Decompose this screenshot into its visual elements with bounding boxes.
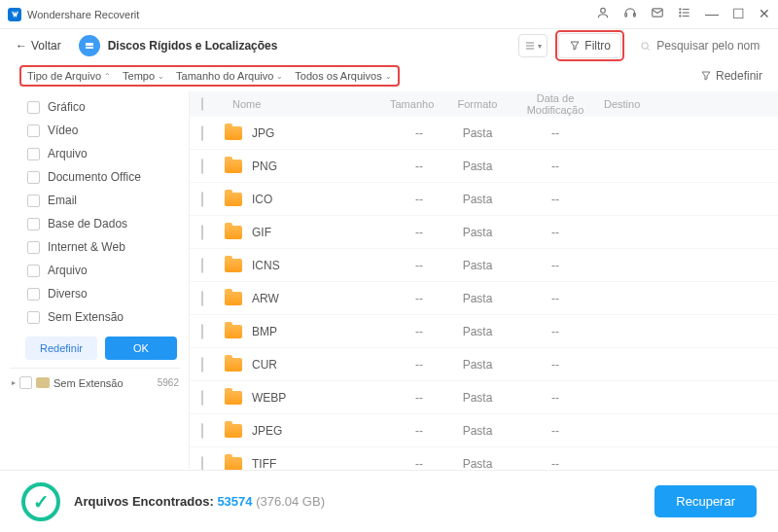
toolbar: ← Voltar Discos Rígidos e Localizações ▾… — [0, 29, 778, 62]
sidebar-item[interactable]: Internet & Web — [10, 235, 181, 259]
table-row[interactable]: ICNS--Pasta-- — [190, 249, 778, 282]
row-format: Pasta — [448, 226, 507, 239]
checkbox[interactable] — [27, 265, 40, 277]
minimize-icon[interactable]: — — [705, 6, 719, 22]
maximize-icon[interactable]: ☐ — [732, 6, 745, 22]
col-modified[interactable]: Data de Modificação — [507, 92, 604, 116]
found-count: 53574 — [217, 494, 252, 509]
row-checkbox[interactable] — [201, 225, 203, 240]
back-label: Voltar — [31, 39, 61, 53]
checkbox[interactable] — [27, 101, 40, 114]
user-icon[interactable] — [596, 6, 610, 22]
row-checkbox[interactable] — [201, 324, 203, 339]
footer: ✓ Arquivos Encontrados: 53574 (376.04 GB… — [0, 470, 778, 532]
row-size: -- — [390, 358, 448, 372]
row-checkbox[interactable] — [201, 390, 203, 406]
table-row[interactable]: BMP--Pasta-- — [190, 315, 778, 348]
table-body[interactable]: JPG--Pasta--PNG--Pasta--ICO--Pasta--GIF-… — [190, 117, 778, 470]
row-checkbox[interactable] — [201, 258, 203, 273]
col-format[interactable]: Formato — [448, 98, 507, 110]
sidebar-item[interactable]: Arquivo — [10, 142, 181, 165]
row-checkbox[interactable] — [201, 456, 203, 471]
sidebar-item-label: Arquivo — [48, 264, 88, 277]
checkbox[interactable] — [27, 195, 40, 207]
row-format: Pasta — [448, 391, 507, 405]
row-size: -- — [390, 292, 448, 305]
table-row[interactable]: GIF--Pasta-- — [190, 216, 778, 249]
sidebar-item[interactable]: Documento Office — [10, 165, 181, 189]
row-checkbox[interactable] — [201, 423, 203, 439]
col-size[interactable]: Tamanho — [390, 98, 448, 110]
svg-point-8 — [680, 12, 681, 13]
sidebar-item[interactable]: Email — [10, 189, 181, 212]
row-modified: -- — [507, 424, 604, 438]
row-size: -- — [390, 457, 448, 471]
row-name: TIFF — [252, 457, 276, 471]
sidebar-item[interactable]: Arquivo — [10, 259, 181, 282]
sidebar-item[interactable]: Diverso — [10, 282, 181, 305]
col-name[interactable]: Nome — [225, 98, 390, 110]
row-size: -- — [390, 193, 448, 206]
checkbox[interactable] — [27, 124, 40, 137]
sidebar-item[interactable]: Sem Extensão — [10, 305, 181, 329]
folder-icon — [225, 292, 242, 305]
checkbox[interactable] — [27, 288, 40, 301]
mail-icon[interactable] — [651, 6, 664, 22]
filter-all[interactable]: Todos os Arquivos⌄ — [295, 70, 391, 82]
checkbox[interactable] — [19, 376, 32, 389]
sidebar-item[interactable]: Base de Dados — [10, 212, 181, 235]
checkbox[interactable] — [27, 148, 40, 160]
table-row[interactable]: WEBP--Pasta-- — [190, 381, 778, 414]
close-icon[interactable]: ✕ — [759, 6, 770, 22]
list-icon[interactable] — [678, 6, 691, 22]
select-all-checkbox[interactable] — [201, 97, 203, 111]
checkbox[interactable] — [27, 311, 40, 324]
table-header: Nome Tamanho Formato Data de Modificação… — [190, 91, 778, 117]
search-box[interactable] — [632, 33, 768, 58]
col-dest[interactable]: Destino — [604, 98, 662, 110]
row-checkbox[interactable] — [201, 291, 203, 306]
checkbox[interactable] — [27, 241, 40, 254]
sidebar-item[interactable]: Vídeo — [10, 119, 181, 142]
row-format: Pasta — [448, 358, 507, 372]
row-size: -- — [390, 325, 448, 338]
filter-button[interactable]: Filtro — [558, 33, 621, 58]
sidebar-reset-button[interactable]: Redefinir — [25, 337, 97, 360]
titlebar: Wondershare Recoverit — ☐ ✕ — [0, 0, 778, 29]
row-checkbox[interactable] — [201, 125, 203, 141]
sidebar-actions: Redefinir OK — [10, 329, 181, 368]
sidebar-tree-item[interactable]: ▸ Sem Extensão 5962 — [10, 368, 181, 393]
view-toggle[interactable]: ▾ — [518, 34, 548, 57]
row-format: Pasta — [448, 457, 507, 471]
arrow-left-icon: ← — [16, 39, 27, 53]
sidebar-item-label: Base de Dados — [48, 217, 127, 231]
filter-size[interactable]: Tamanho do Arquivo⌄ — [176, 70, 283, 82]
table-row[interactable]: PNG--Pasta-- — [190, 150, 778, 183]
app-title: Wondershare Recoverit — [27, 9, 596, 20]
recover-button[interactable]: Recuperar — [654, 485, 757, 517]
folder-icon — [225, 126, 242, 140]
sidebar-item[interactable]: Gráfico — [10, 95, 181, 119]
filter-type[interactable]: Tipo de Arquivo⌃ — [27, 70, 111, 82]
folder-icon — [225, 457, 242, 471]
checkbox[interactable] — [27, 171, 40, 184]
back-button[interactable]: ← Voltar — [10, 35, 67, 56]
headset-icon[interactable] — [623, 6, 637, 22]
row-checkbox[interactable] — [201, 159, 203, 174]
sidebar-item-label: Email — [48, 194, 77, 207]
checkbox[interactable] — [27, 218, 40, 231]
row-checkbox[interactable] — [201, 192, 203, 207]
reset-filters[interactable]: Redefinir — [700, 69, 762, 83]
sidebar-ok-button[interactable]: OK — [105, 337, 177, 360]
svg-rect-1 — [625, 14, 627, 17]
table-row[interactable]: JPG--Pasta-- — [190, 117, 778, 150]
svg-rect-11 — [86, 47, 93, 49]
table-row[interactable]: ICO--Pasta-- — [190, 183, 778, 216]
table-row[interactable]: TIFF--Pasta-- — [190, 447, 778, 470]
search-input[interactable] — [656, 39, 760, 53]
table-row[interactable]: ARW--Pasta-- — [190, 282, 778, 315]
row-checkbox[interactable] — [201, 357, 203, 372]
table-row[interactable]: CUR--Pasta-- — [190, 348, 778, 381]
table-row[interactable]: JPEG--Pasta-- — [190, 414, 778, 447]
filter-time[interactable]: Tempo⌄ — [123, 70, 164, 82]
